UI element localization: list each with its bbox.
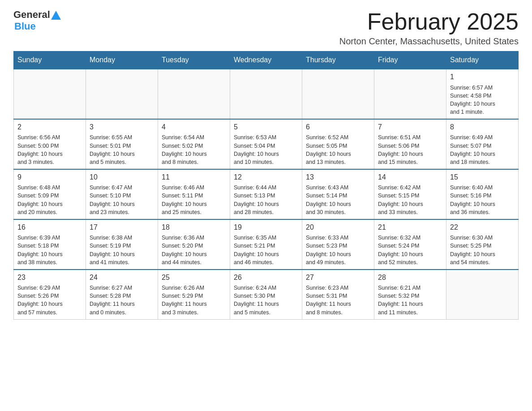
calendar-cell: 26Sunrise: 6:24 AM Sunset: 5:30 PM Dayli… [230, 270, 302, 319]
calendar-cell: 18Sunrise: 6:36 AM Sunset: 5:20 PM Dayli… [158, 219, 230, 270]
day-info: Sunrise: 6:36 AM Sunset: 5:20 PM Dayligh… [162, 234, 226, 266]
calendar-cell: 7Sunrise: 6:51 AM Sunset: 5:06 PM Daylig… [374, 119, 446, 169]
calendar-cell: 5Sunrise: 6:53 AM Sunset: 5:04 PM Daylig… [230, 119, 302, 169]
day-info: Sunrise: 6:49 AM Sunset: 5:07 PM Dayligh… [450, 133, 515, 166]
header-friday: Friday [374, 51, 446, 69]
day-number: 28 [378, 273, 442, 283]
calendar-cell: 28Sunrise: 6:21 AM Sunset: 5:32 PM Dayli… [374, 270, 446, 319]
calendar-cell [446, 270, 519, 319]
day-info: Sunrise: 6:43 AM Sunset: 5:14 PM Dayligh… [306, 184, 370, 216]
day-info: Sunrise: 6:27 AM Sunset: 5:28 PM Dayligh… [90, 284, 154, 317]
calendar-table: SundayMondayTuesdayWednesdayThursdayFrid… [13, 51, 519, 319]
week-row-3: 9Sunrise: 6:48 AM Sunset: 5:09 PM Daylig… [14, 169, 519, 219]
week-row-5: 23Sunrise: 6:29 AM Sunset: 5:26 PM Dayli… [14, 270, 519, 319]
day-info: Sunrise: 6:57 AM Sunset: 4:58 PM Dayligh… [450, 84, 515, 116]
day-number: 13 [306, 172, 370, 182]
day-number: 18 [162, 223, 226, 232]
day-number: 16 [17, 223, 82, 232]
day-number: 17 [90, 223, 154, 232]
header-wednesday: Wednesday [230, 51, 302, 69]
calendar-cell: 4Sunrise: 6:54 AM Sunset: 5:02 PM Daylig… [158, 119, 230, 169]
day-number: 8 [450, 122, 515, 132]
calendar-cell: 16Sunrise: 6:39 AM Sunset: 5:18 PM Dayli… [14, 219, 86, 270]
day-number: 5 [234, 122, 298, 132]
location-title: Norton Center, Massachusetts, United Sta… [339, 36, 519, 47]
calendar-cell: 3Sunrise: 6:55 AM Sunset: 5:01 PM Daylig… [86, 119, 158, 169]
day-number: 4 [162, 122, 226, 132]
month-title: February 2025 [339, 9, 519, 34]
day-info: Sunrise: 6:33 AM Sunset: 5:23 PM Dayligh… [306, 234, 370, 266]
day-number: 9 [17, 172, 82, 182]
calendar-cell [86, 69, 158, 119]
calendar-cell: 2Sunrise: 6:56 AM Sunset: 5:00 PM Daylig… [14, 119, 86, 169]
calendar-cell: 6Sunrise: 6:52 AM Sunset: 5:05 PM Daylig… [302, 119, 374, 169]
day-info: Sunrise: 6:38 AM Sunset: 5:19 PM Dayligh… [90, 234, 154, 266]
calendar-cell: 21Sunrise: 6:32 AM Sunset: 5:24 PM Dayli… [374, 219, 446, 270]
day-number: 19 [234, 223, 298, 232]
day-info: Sunrise: 6:40 AM Sunset: 5:16 PM Dayligh… [450, 184, 515, 216]
calendar-cell: 14Sunrise: 6:42 AM Sunset: 5:15 PM Dayli… [374, 169, 446, 219]
day-number: 7 [378, 122, 442, 132]
logo: General Blue [13, 9, 61, 32]
day-info: Sunrise: 6:24 AM Sunset: 5:30 PM Dayligh… [234, 284, 298, 317]
day-number: 10 [90, 172, 154, 182]
calendar-cell [158, 69, 230, 119]
calendar-cell: 25Sunrise: 6:26 AM Sunset: 5:29 PM Dayli… [158, 270, 230, 319]
day-number: 22 [450, 223, 515, 232]
header-saturday: Saturday [446, 51, 519, 69]
title-section: February 2025 Norton Center, Massachuset… [339, 9, 519, 47]
day-info: Sunrise: 6:54 AM Sunset: 5:02 PM Dayligh… [162, 133, 226, 166]
day-number: 6 [306, 122, 370, 132]
calendar-cell: 11Sunrise: 6:46 AM Sunset: 5:11 PM Dayli… [158, 169, 230, 219]
calendar-cell: 13Sunrise: 6:43 AM Sunset: 5:14 PM Dayli… [302, 169, 374, 219]
logo-general-text: General [13, 9, 50, 21]
calendar-cell [14, 69, 86, 119]
day-number: 15 [450, 172, 515, 182]
header-tuesday: Tuesday [158, 51, 230, 69]
calendar-cell: 9Sunrise: 6:48 AM Sunset: 5:09 PM Daylig… [14, 169, 86, 219]
day-info: Sunrise: 6:53 AM Sunset: 5:04 PM Dayligh… [234, 133, 298, 166]
day-number: 12 [234, 172, 298, 182]
calendar-cell: 20Sunrise: 6:33 AM Sunset: 5:23 PM Dayli… [302, 219, 374, 270]
day-number: 21 [378, 223, 442, 232]
day-info: Sunrise: 6:55 AM Sunset: 5:01 PM Dayligh… [90, 133, 154, 166]
day-number: 14 [378, 172, 442, 182]
day-number: 27 [306, 273, 370, 283]
calendar-cell: 27Sunrise: 6:23 AM Sunset: 5:31 PM Dayli… [302, 270, 374, 319]
day-number: 20 [306, 223, 370, 232]
calendar-cell: 22Sunrise: 6:30 AM Sunset: 5:25 PM Dayli… [446, 219, 519, 270]
page-header: General Blue February 2025 Norton Center… [13, 9, 519, 47]
header-monday: Monday [86, 51, 158, 69]
day-info: Sunrise: 6:21 AM Sunset: 5:32 PM Dayligh… [378, 284, 442, 317]
day-info: Sunrise: 6:29 AM Sunset: 5:26 PM Dayligh… [17, 284, 82, 317]
calendar-cell: 8Sunrise: 6:49 AM Sunset: 5:07 PM Daylig… [446, 119, 519, 169]
day-info: Sunrise: 6:44 AM Sunset: 5:13 PM Dayligh… [234, 184, 298, 216]
day-info: Sunrise: 6:39 AM Sunset: 5:18 PM Dayligh… [17, 234, 82, 266]
calendar-header-row: SundayMondayTuesdayWednesdayThursdayFrid… [14, 51, 519, 69]
day-info: Sunrise: 6:30 AM Sunset: 5:25 PM Dayligh… [450, 234, 515, 266]
day-info: Sunrise: 6:26 AM Sunset: 5:29 PM Dayligh… [162, 284, 226, 317]
day-info: Sunrise: 6:52 AM Sunset: 5:05 PM Dayligh… [306, 133, 370, 166]
calendar-cell: 15Sunrise: 6:40 AM Sunset: 5:16 PM Dayli… [446, 169, 519, 219]
day-number: 25 [162, 273, 226, 283]
day-number: 3 [90, 122, 154, 132]
header-thursday: Thursday [302, 51, 374, 69]
header-sunday: Sunday [14, 51, 86, 69]
week-row-1: 1Sunrise: 6:57 AM Sunset: 4:58 PM Daylig… [14, 69, 519, 119]
day-info: Sunrise: 6:48 AM Sunset: 5:09 PM Dayligh… [17, 184, 82, 216]
day-info: Sunrise: 6:42 AM Sunset: 5:15 PM Dayligh… [378, 184, 442, 216]
calendar-cell: 17Sunrise: 6:38 AM Sunset: 5:19 PM Dayli… [86, 219, 158, 270]
calendar-cell [302, 69, 374, 119]
calendar-cell: 12Sunrise: 6:44 AM Sunset: 5:13 PM Dayli… [230, 169, 302, 219]
day-info: Sunrise: 6:51 AM Sunset: 5:06 PM Dayligh… [378, 133, 442, 166]
day-number: 24 [90, 273, 154, 283]
day-number: 11 [162, 172, 226, 182]
day-number: 23 [17, 273, 82, 283]
svg-marker-0 [51, 11, 61, 20]
logo-triangle-icon [51, 11, 61, 20]
calendar-cell [230, 69, 302, 119]
day-number: 26 [234, 273, 298, 283]
week-row-4: 16Sunrise: 6:39 AM Sunset: 5:18 PM Dayli… [14, 219, 519, 270]
calendar-cell: 19Sunrise: 6:35 AM Sunset: 5:21 PM Dayli… [230, 219, 302, 270]
day-info: Sunrise: 6:56 AM Sunset: 5:00 PM Dayligh… [17, 133, 82, 166]
